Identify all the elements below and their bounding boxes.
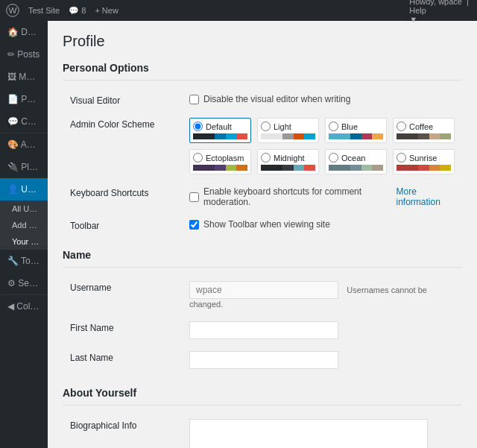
username-label: Username (70, 283, 111, 293)
radio-sunrise[interactable] (397, 153, 406, 163)
sidebar-item-tools[interactable]: 🔧 Tools (0, 250, 48, 272)
bio-textarea[interactable] (189, 419, 428, 448)
color-scheme-sunrise-label: Sunrise (409, 154, 437, 163)
color-scheme-ectoplasm-label: Ectoplasm (206, 154, 244, 163)
color-scheme-ectoplasm[interactable]: Ectoplasm (189, 149, 251, 174)
visual-editor-checkbox[interactable] (189, 95, 199, 104)
color-scheme-ocean-label: Ocean (341, 154, 365, 163)
keyboard-shortcuts-link[interactable]: More information (396, 186, 455, 207)
keyboard-shortcuts-checkbox[interactable] (189, 192, 199, 202)
color-scheme-blue-label: Blue (341, 122, 358, 131)
username-input (189, 281, 338, 299)
about-header: About Yourself (63, 387, 462, 406)
color-scheme-midnight[interactable]: Midnight (257, 149, 319, 174)
site-name[interactable]: Test Site (28, 6, 60, 15)
wp-logo-item[interactable]: W (6, 4, 19, 17)
submenu-all-users[interactable]: All Users (0, 201, 48, 217)
toolbar-checkbox-text: Show Toolbar when viewing site (203, 219, 330, 230)
sidebar-item-comments[interactable]: 💬 Comments (0, 110, 48, 133)
comments-bar-icon[interactable]: 💬 8 (69, 6, 86, 16)
first-name-label: First Name (70, 323, 114, 333)
color-scheme-default[interactable]: Default (189, 118, 251, 143)
radio-coffee[interactable] (397, 122, 406, 131)
about-table: Biographical Info Share a little biograp… (63, 413, 462, 448)
radio-midnight[interactable] (261, 153, 271, 163)
color-scheme-light-label: Light (274, 122, 291, 131)
color-scheme-blue[interactable]: Blue (325, 118, 387, 143)
radio-ocean[interactable] (329, 153, 338, 163)
color-scheme-light[interactable]: Light (257, 118, 319, 143)
bio-label: Biographical Info (70, 420, 136, 431)
sidebar-item-appearance[interactable]: 🎨 Appearance (0, 133, 48, 156)
radio-blue[interactable] (329, 122, 338, 131)
toolbar-checkbox-label[interactable]: Show Toolbar when viewing site (189, 219, 455, 230)
sidebar-item-posts[interactable]: ✏ Posts (0, 43, 48, 66)
radio-light[interactable] (261, 122, 271, 131)
color-scheme-default-label: Default (206, 122, 232, 131)
sidebar-item-plugins[interactable]: 🔌 Plugins (0, 156, 48, 178)
keyboard-shortcuts-text: Enable keyboard shortcuts for comment mo… (203, 186, 385, 207)
radio-default[interactable] (193, 122, 203, 131)
color-scheme-coffee[interactable]: Coffee (393, 118, 455, 143)
personal-options-table: Visual Editor Disable the visual editor … (63, 88, 462, 237)
sidebar-item-collapse[interactable]: ◀ Collapse menu (0, 294, 48, 318)
color-scheme-coffee-label: Coffee (409, 122, 433, 131)
new-bar-button[interactable]: + New (95, 6, 119, 15)
visual-editor-checkbox-label[interactable]: Disable the visual editor when writing (189, 94, 455, 104)
keyboard-shortcuts-label: Keyboard Shortcuts (70, 188, 148, 198)
personal-options-header: Personal Options (63, 62, 462, 81)
sidebar: 🏠 Dashboard ✏ Posts 🖼 Media 📄 Pages 💬 Co… (0, 21, 48, 448)
visual-editor-checkbox-text: Disable the visual editor when writing (203, 94, 350, 104)
sidebar-item-media[interactable]: 🖼 Media (0, 66, 48, 88)
sidebar-item-settings[interactable]: ⚙ Settings (0, 272, 48, 294)
main-content: Profile Personal Options Visual Editor D… (48, 21, 477, 448)
submenu-add-new[interactable]: Add New (0, 217, 48, 233)
svg-text:W: W (8, 5, 16, 15)
color-scheme-midnight-label: Midnight (274, 154, 305, 163)
howdy-text: Howdy, wpace (409, 0, 462, 6)
last-name-label: Last Name (70, 353, 113, 363)
color-scheme-grid: Default Light (189, 118, 455, 174)
toolbar-label: Toolbar (70, 221, 99, 231)
name-table: Username Usernames cannot be changed. Fi… (63, 275, 462, 375)
visual-editor-label: Visual Editor (70, 95, 120, 106)
radio-ectoplasm[interactable] (193, 153, 203, 163)
submenu-your-profile[interactable]: Your Profile (0, 233, 48, 250)
sidebar-item-pages[interactable]: 📄 Pages (0, 88, 48, 110)
sidebar-item-dashboard[interactable]: 🏠 Dashboard (0, 21, 48, 43)
color-scheme-ocean[interactable]: Ocean (325, 149, 387, 174)
color-scheme-label: Admin Color Scheme (70, 119, 154, 130)
top-bar: W Test Site 💬 8 + New Howdy, wpace | Hel… (0, 0, 477, 21)
first-name-input[interactable] (189, 321, 338, 339)
page-title: Profile (63, 33, 462, 50)
help-button-top[interactable]: Help (409, 6, 471, 15)
keyboard-shortcuts-checkbox-label[interactable]: Enable keyboard shortcuts for comment mo… (189, 186, 455, 207)
last-name-input[interactable] (189, 351, 338, 369)
name-header: Name (63, 249, 462, 268)
color-scheme-sunrise[interactable]: Sunrise (393, 149, 455, 174)
toolbar-checkbox[interactable] (189, 220, 199, 230)
sidebar-item-users[interactable]: 👤 Users All Users Add New Your Profile (0, 178, 48, 250)
